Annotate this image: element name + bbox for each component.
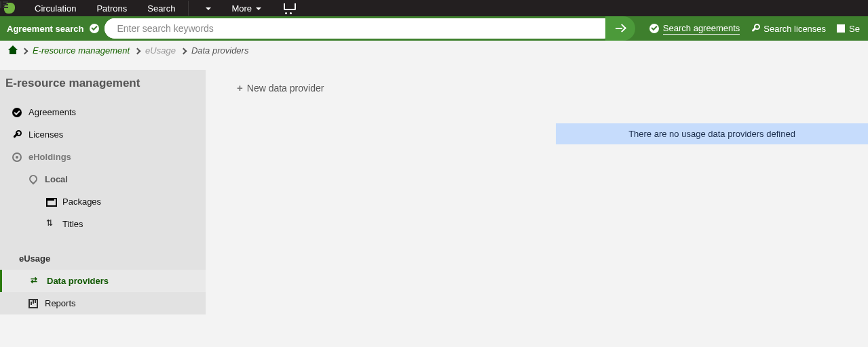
sidebar-item-packages[interactable]: Packages (0, 190, 206, 213)
search-scope-links: Search agreements Search licenses Se (635, 23, 868, 35)
breadcrumb-section: eUsage (145, 45, 176, 56)
sidebar-item-local[interactable]: Local (0, 168, 206, 190)
chevron-right-icon (181, 45, 186, 56)
search-agreements-label: Search agreements (663, 23, 740, 35)
topnav-search[interactable]: Search (137, 3, 185, 14)
sidebar-section-label: eUsage (19, 253, 50, 264)
search-agreements-link[interactable]: Search agreements (643, 23, 740, 35)
topnav-more[interactable]: More (221, 3, 271, 14)
topnav-patrons[interactable]: Patrons (86, 3, 137, 14)
check-icon (649, 24, 659, 33)
check-icon (90, 24, 99, 33)
wrench-icon (12, 130, 22, 140)
home-icon[interactable] (9, 47, 17, 54)
main-content: New data provider There are no usage dat… (206, 70, 868, 314)
search-third-label: Se (849, 24, 860, 34)
search-licenses-link[interactable]: Search licenses (751, 24, 826, 34)
sort-icon (46, 220, 56, 229)
topnav-divider (188, 1, 189, 16)
search-licenses-label: Search licenses (763, 24, 826, 34)
search-third-link[interactable]: Se (837, 24, 860, 34)
plus-icon (237, 82, 243, 94)
target-icon (12, 152, 22, 162)
breadcrumb: E-resource management eUsage Data provid… (0, 41, 868, 60)
sidebar-item-label: Data providers (47, 276, 109, 286)
submit-search-button[interactable] (605, 16, 635, 41)
cart-icon[interactable] (284, 3, 295, 13)
sidebar-item-agreements[interactable]: Agreements (0, 101, 206, 123)
chevron-right-icon (135, 45, 140, 56)
sidebar-item-label: Packages (62, 197, 101, 207)
top-nav: Circulation Patrons Search More (0, 0, 868, 16)
sidebar: E-resource management Agreements License… (0, 70, 206, 314)
sidebar-item-eholdings[interactable]: eHoldings (0, 146, 206, 168)
sidebar-item-reports[interactable]: Reports (0, 292, 206, 314)
new-data-provider-label: New data provider (247, 83, 324, 94)
sidebar-item-data-providers[interactable]: Data providers (0, 270, 206, 292)
sidebar-item-label: Agreements (29, 107, 76, 117)
sidebar-item-label: Reports (45, 298, 76, 308)
sidebar-title: E-resource management (0, 71, 206, 101)
box-icon (837, 24, 845, 33)
sidebar-item-licenses[interactable]: Licenses (0, 123, 206, 146)
search-input-wrap (105, 18, 613, 39)
report-icon (29, 299, 38, 308)
sidebar-section-eusage[interactable]: eUsage (0, 247, 206, 270)
arrow-right-icon (616, 24, 625, 33)
breadcrumb-module[interactable]: E-resource management (33, 45, 130, 56)
agreement-search-label: Agreement search (7, 24, 109, 34)
topnav-search-options[interactable] (191, 3, 221, 14)
sidebar-item-label: eHoldings (29, 152, 71, 162)
sidebar-item-label: Local (45, 174, 68, 184)
exchange-icon (31, 277, 40, 286)
search-input[interactable] (105, 18, 613, 39)
check-circle-icon (12, 108, 22, 117)
sidebar-item-titles[interactable]: Titles (0, 213, 206, 235)
content-layout: E-resource management Agreements License… (0, 70, 868, 314)
app-logo[interactable] (4, 3, 15, 14)
sidebar-item-label: Titles (62, 219, 83, 229)
package-icon (46, 197, 56, 207)
topnav-circulation[interactable]: Circulation (24, 3, 86, 14)
new-data-provider-button[interactable]: New data provider (237, 82, 854, 94)
sidebar-item-label: Licenses (29, 129, 63, 140)
search-bar: Agreement search Search agreements Searc… (0, 16, 868, 41)
pin-icon (29, 175, 38, 184)
chevron-right-icon (22, 45, 27, 56)
breadcrumb-page: Data providers (191, 45, 249, 56)
empty-state-message: There are no usage data providers define… (556, 123, 868, 144)
wrench-icon (751, 24, 759, 33)
agreement-search-text: Agreement search (7, 24, 83, 34)
